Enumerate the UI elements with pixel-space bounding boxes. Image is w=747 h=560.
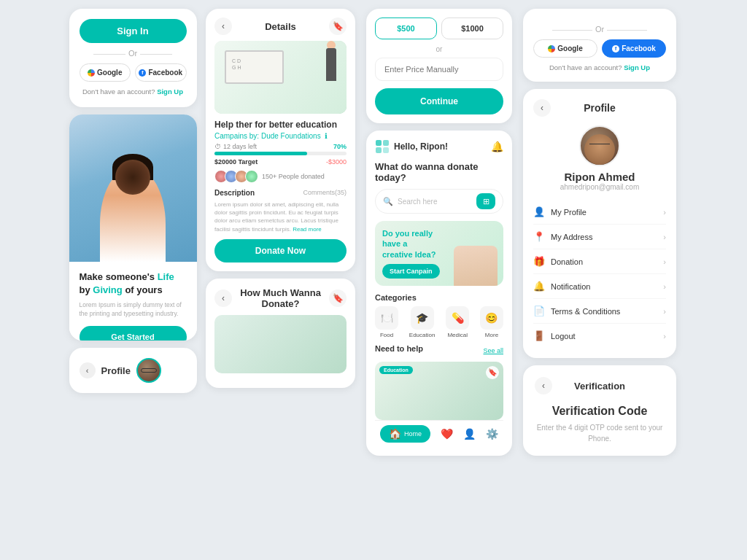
profile-email: ahmedripon@gmail.com bbox=[560, 183, 640, 191]
svg-rect-2 bbox=[376, 147, 382, 153]
more-label: More bbox=[485, 332, 498, 338]
svg-rect-3 bbox=[383, 147, 389, 153]
need-help-header: Need to help See all bbox=[375, 344, 503, 357]
terms-icon: 📄 bbox=[533, 306, 545, 316]
need-help-card: Education 🔖 bbox=[375, 362, 503, 420]
signup-link[interactable]: Sign Up bbox=[157, 88, 183, 96]
hero-image bbox=[69, 114, 197, 262]
google-label-2: Google bbox=[557, 44, 582, 52]
social-buttons-2: Google f Facebook bbox=[533, 39, 666, 58]
avatar-glasses bbox=[589, 144, 610, 145]
search-icon: 🔍 bbox=[383, 197, 393, 206]
amount-1000-button[interactable]: $1000 bbox=[441, 18, 503, 39]
donate-amount-header: ‹ How Much Wanna Donate? 🔖 bbox=[214, 287, 347, 309]
verification-back-button[interactable]: ‹ bbox=[535, 377, 552, 394]
categories-section: Categories 🍽️ Food 🎓 Education 💊 Medical… bbox=[375, 293, 503, 338]
bookmark-button[interactable]: 🔖 bbox=[329, 18, 347, 35]
desc-comments-row: Description Comments(35) bbox=[214, 189, 347, 197]
chevron-right-icon-4: › bbox=[663, 282, 666, 291]
read-more-link[interactable]: Read more bbox=[293, 226, 322, 233]
need-help-label: Need to help bbox=[375, 344, 423, 353]
classroom-overlay: C DG H bbox=[214, 41, 347, 114]
filter-button[interactable]: ⊞ bbox=[476, 193, 495, 209]
profile-avatar-section: Ripon Ahmed ahmedripon@gmail.com bbox=[533, 125, 666, 191]
details-header: ‹ Details 🔖 bbox=[214, 18, 347, 35]
facebook-icon-2: f bbox=[612, 45, 619, 52]
creative-banner: Do you really have a creative Idea? Star… bbox=[375, 221, 503, 286]
chevron-right-icon-6: › bbox=[663, 332, 666, 341]
google-label: Google bbox=[97, 69, 122, 77]
facebook-icon: f bbox=[139, 69, 146, 77]
hero-text-area: Make someone's Life by Giving of yours L… bbox=[69, 262, 197, 341]
signin-card-2: Or Google f Facebook Don't have an accou… bbox=[523, 9, 676, 82]
google-icon bbox=[88, 69, 95, 77]
home-nav-item[interactable]: 🏠 Home bbox=[380, 425, 430, 443]
svg-rect-1 bbox=[383, 140, 389, 146]
menu-item-logout[interactable]: 🚪 Logout › bbox=[533, 324, 666, 348]
facebook-button-2[interactable]: f Facebook bbox=[602, 39, 666, 58]
explore-card: Hello, Ripon! 🔔 What do wanna donate tod… bbox=[366, 131, 512, 456]
profile-back-button[interactable]: ‹ bbox=[533, 99, 551, 117]
menu-item-donation[interactable]: 🎁 Donation › bbox=[533, 249, 666, 274]
education-badge: Education bbox=[379, 366, 413, 374]
manual-price-input[interactable] bbox=[375, 58, 503, 81]
get-started-button[interactable]: Get Started bbox=[80, 326, 187, 341]
category-medical[interactable]: 💊 Medical bbox=[446, 306, 469, 338]
chevron-right-icon: › bbox=[663, 208, 666, 217]
facebook-label-2: Facebook bbox=[622, 44, 656, 52]
details-card: ‹ Details 🔖 C DG H Help ther for better … bbox=[206, 9, 355, 271]
menu-item-terms[interactable]: 📄 Terms & Conditions › bbox=[533, 299, 666, 324]
food-label: Food bbox=[380, 332, 393, 338]
progress-bar bbox=[214, 152, 347, 155]
start-campaign-button[interactable]: Start Canpain bbox=[382, 264, 440, 279]
signup-link-2[interactable]: Sign Up bbox=[624, 63, 650, 71]
category-food[interactable]: 🍽️ Food bbox=[375, 306, 398, 338]
settings-nav-item[interactable]: ⚙️ bbox=[486, 428, 498, 440]
medical-icon: 💊 bbox=[446, 306, 469, 330]
see-all-link[interactable]: See all bbox=[483, 347, 503, 354]
my-profile-icon: 👤 bbox=[533, 206, 545, 217]
progress-fill bbox=[214, 152, 307, 155]
categories-row: 🍽️ Food 🎓 Education 💊 Medical 😊 More bbox=[375, 306, 503, 338]
signin-button[interactable]: Sign In bbox=[80, 19, 187, 43]
donor-avatar-4 bbox=[245, 170, 258, 183]
google-button-2[interactable]: Google bbox=[533, 39, 597, 58]
chevron-right-icon-3: › bbox=[663, 257, 666, 266]
facebook-button[interactable]: f Facebook bbox=[135, 63, 187, 82]
hero-child-figure bbox=[100, 167, 166, 262]
teacher-figure bbox=[326, 48, 336, 81]
donate-bookmark-button[interactable]: 🔖 bbox=[329, 289, 347, 307]
greeting-text: Hello, Ripon! bbox=[394, 141, 448, 152]
category-education[interactable]: 🎓 Education bbox=[409, 306, 436, 338]
hero-card: Make someone's Life by Giving of yours L… bbox=[69, 114, 197, 341]
profile-title: Profile bbox=[584, 102, 616, 114]
category-more[interactable]: 😊 More bbox=[480, 306, 503, 338]
chevron-right-icon-2: › bbox=[663, 233, 666, 241]
menu-item-my-address[interactable]: 📍 My Address › bbox=[533, 225, 666, 249]
save-badge-icon[interactable]: 🔖 bbox=[486, 366, 499, 379]
verification-title: Verification bbox=[574, 381, 625, 392]
donor-avatars bbox=[214, 170, 258, 183]
education-image: C DG H bbox=[214, 41, 347, 114]
bell-icon[interactable]: 🔔 bbox=[491, 141, 503, 152]
donate-back-button[interactable]: ‹ bbox=[214, 289, 232, 307]
menu-item-my-profile[interactable]: 👤 My Profile › bbox=[533, 200, 666, 225]
amount-500-button[interactable]: $500 bbox=[375, 18, 437, 39]
donate-now-button[interactable]: Donate Now bbox=[214, 239, 347, 262]
google-button[interactable]: Google bbox=[80, 63, 131, 82]
donate-education-image bbox=[214, 315, 347, 373]
back-button[interactable]: ‹ bbox=[214, 18, 232, 35]
continue-button[interactable]: Continue bbox=[375, 88, 503, 114]
person-icon: 👤 bbox=[463, 428, 476, 440]
creative-title: Do you really have a creative Idea? bbox=[382, 228, 448, 260]
menu-item-notification[interactable]: 🔔 Notification › bbox=[533, 274, 666, 299]
grid-icon bbox=[375, 139, 390, 154]
child-head bbox=[115, 160, 150, 195]
heart-nav-item[interactable]: ❤️ bbox=[441, 428, 453, 440]
mini-back-button[interactable]: ‹ bbox=[80, 362, 96, 378]
or-divider-2: Or bbox=[533, 25, 666, 34]
profile-nav-item[interactable]: 👤 bbox=[463, 428, 476, 440]
target-row: $20000 Target -$3000 bbox=[214, 158, 347, 166]
donate-question: What do wanna donate today? bbox=[375, 161, 503, 183]
categories-label: Categories bbox=[375, 293, 503, 302]
